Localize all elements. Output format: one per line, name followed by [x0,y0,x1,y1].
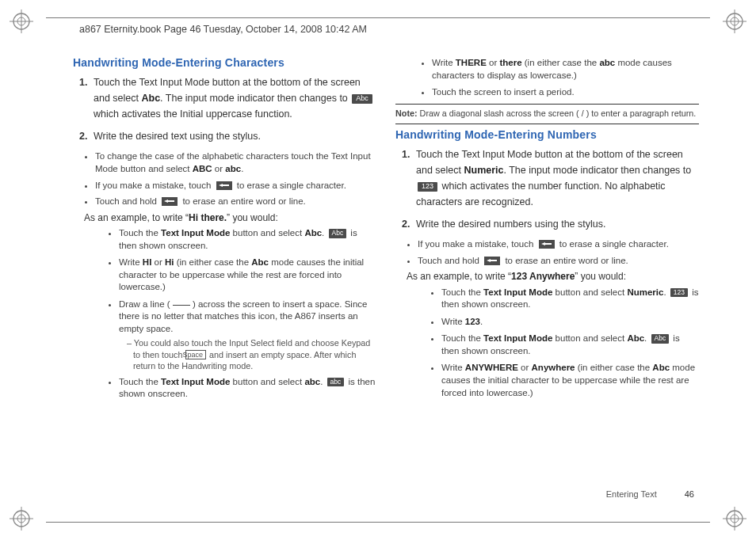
backspace-icon [162,197,178,206]
mode-chip-123-icon: 123 [418,182,437,192]
ordered-steps: Touch the Text Input Mode button at the … [90,74,376,144]
list-item: Touch the Text Input Mode button and sel… [441,333,699,357]
page-body: Handwriting Mode-Entering Characters Tou… [73,55,699,502]
list-item: Touch the Text Input Mode button and sel… [119,227,376,252]
step-item: Touch the Text Input Mode button at the … [413,146,699,210]
rule [395,124,699,124]
list-item: Write 123. [441,316,699,329]
space-key-icon: Space [185,350,206,360]
bullet-list: To change the case of the alphabetic cha… [95,150,376,207]
step-item: Write the desired numbers using the styl… [413,216,699,232]
left-column: Handwriting Mode-Entering Characters Tou… [73,55,376,502]
list-item: Write ANYWHERE or Anywhere (in either ca… [441,362,699,399]
mode-chip-abc-lc-icon: abc [327,378,345,386]
section-heading: Handwriting Mode-Entering Numbers [395,127,699,142]
mode-chip-abc-icon: Abc [651,334,670,343]
list-item: Touch the Text Input Mode button and sel… [441,287,699,311]
right-column: Write THERE or there (in either case the… [395,55,699,502]
example-intro: As an example, to write “123 Anywhere” y… [407,271,699,283]
list-item: If you make a mistake, touch to erase a … [95,180,376,192]
list-item: You could also touch the Input Select fi… [127,337,376,371]
line-icon [173,305,190,306]
step-item: Write the desired text using the stylus. [90,128,376,144]
bullet-list: If you make a mistake, touch to erase a … [418,238,699,267]
list-item: Draw a line ( ) across the screen to ins… [119,299,376,371]
list-item: To change the case of the alphabetic cha… [95,150,376,175]
list-item: If you make a mistake, touch to erase a … [418,238,699,251]
example-list-continued: Write THERE or there (in either case the… [432,57,699,99]
example-intro: As an example, to write “Hi there.” you … [84,212,376,225]
page-number: 46 [669,489,694,499]
rule [395,104,699,105]
list-item: Write HI or Hi (in either case the Abc m… [119,257,376,294]
sub-list: You could also touch the Input Select fi… [127,337,376,371]
list-item: Touch the Text Input Mode button and sel… [119,376,376,401]
ordered-steps: Touch the Text Input Mode button at the … [413,146,699,232]
mode-chip-123-icon: 123 [670,288,688,297]
note: Note: Draw a diagonal slash across the s… [395,108,699,119]
backspace-icon [216,181,232,190]
crop-rule [46,522,710,523]
crop-mark-icon [10,507,33,530]
backspace-icon [539,240,555,249]
list-item: Touch and hold to erase an entire word o… [95,196,376,208]
step-item: Touch the Text Input Mode button at the … [90,74,376,122]
backspace-icon [484,257,500,265]
section-heading: Handwriting Mode-Entering Characters [73,55,376,70]
list-item: Write THERE or there (in either case the… [432,57,699,82]
list-item: Touch the screen to insert a period. [432,86,699,99]
crop-rule [46,17,710,18]
crop-mark-icon [723,507,746,530]
page-footer: Entering Text 46 [606,489,694,499]
example-list: Touch the Text Input Mode button and sel… [441,287,699,399]
running-head: a867 Eternity.book Page 46 Tuesday, Octo… [79,24,367,35]
crop-mark-icon [10,10,33,33]
mode-chip-abc-icon: Abc [352,94,372,104]
list-item: Touch and hold to erase an entire word o… [418,255,699,268]
mode-chip-abc-icon: Abc [329,229,347,238]
example-list: Touch the Text Input Mode button and sel… [119,227,376,400]
crop-mark-icon [723,10,746,33]
section-name: Entering Text [606,489,657,499]
